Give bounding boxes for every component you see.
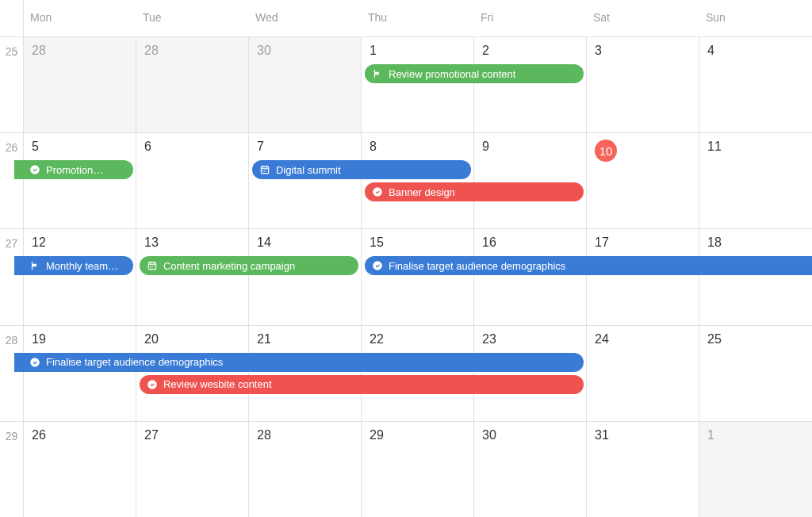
day-number: 17 [595, 236, 691, 250]
calendar-day-cell[interactable]: 25 [699, 326, 812, 421]
calendar-week-row: 2828301234Review promotional content [24, 36, 812, 132]
calendar-day-cell[interactable]: 6 [136, 133, 249, 228]
day-number: 14 [257, 236, 353, 250]
calendar-day-cell[interactable]: 14 [249, 229, 362, 324]
svg-rect-19 [151, 267, 152, 268]
calendar-day-cell[interactable]: 30 [249, 37, 362, 132]
calendar-day-cell[interactable]: 26 [24, 422, 136, 517]
week-number-cell: 26 [0, 132, 23, 228]
day-header-cell: Fri [474, 0, 587, 36]
calendar-day-cell[interactable]: 27 [136, 422, 249, 517]
day-number: 13 [144, 236, 240, 250]
calendar-day-cell[interactable]: 13 [136, 229, 249, 324]
week-number-cell: 27 [0, 228, 23, 324]
calendar-grid: 2828301234Review promotional content5678… [24, 36, 812, 517]
svg-point-10 [373, 187, 382, 197]
day-number: 21 [257, 332, 353, 347]
calendar-day-cell[interactable]: 5 [24, 133, 136, 228]
day-number: 23 [482, 332, 578, 347]
svg-rect-18 [150, 267, 151, 268]
calendar-event[interactable]: Digital summit [252, 160, 471, 179]
day-number: 30 [482, 428, 578, 442]
calendar-day-cell[interactable]: 7 [249, 133, 362, 228]
day-number: 26 [32, 428, 128, 442]
calendar-event[interactable]: Banner design [365, 182, 584, 201]
calendar-day-cell[interactable]: 23 [474, 326, 587, 421]
calendar-day-cell[interactable]: 12 [24, 229, 136, 324]
calendar-day-cell[interactable]: 1 [362, 37, 474, 132]
calendar-week-row: 567891011Promotion…Digital summitBanner … [24, 132, 812, 228]
flag-icon [29, 259, 41, 272]
day-header-cell: Sat [587, 0, 699, 36]
day-number: 24 [595, 332, 691, 347]
event-label: Digital summit [276, 164, 341, 176]
svg-point-22 [147, 380, 157, 389]
calendar-day-cell[interactable]: 18 [699, 229, 812, 324]
day-number: 22 [370, 332, 465, 347]
day-header-cell: Tue [136, 0, 249, 36]
calendar-day-cell[interactable]: 1 [699, 422, 812, 517]
day-number: 18 [707, 236, 804, 250]
calendar-event[interactable]: Finalise target audience demographics [365, 256, 812, 275]
calendar-day-cell[interactable]: 28 [24, 37, 136, 132]
calendar-event[interactable]: Review promotional content [365, 64, 584, 83]
day-header-cell: Thu [362, 0, 474, 36]
calendar-day-cell[interactable]: 15 [362, 229, 474, 324]
day-number: 31 [595, 428, 691, 442]
event-label: Content marketing campaign [163, 260, 295, 272]
check-icon [146, 378, 159, 391]
calendar-event[interactable]: Promotion… [14, 160, 133, 179]
calendar-icon [146, 259, 159, 272]
day-number: 28 [32, 44, 128, 58]
calendar-day-cell[interactable]: 29 [362, 422, 474, 517]
week-number-cell: 25 [0, 36, 23, 132]
calendar-day-cell[interactable]: 31 [587, 422, 699, 517]
calendar-day-cell[interactable]: 8 [362, 133, 474, 228]
event-label: Monthly team… [46, 260, 118, 272]
day-number: 16 [482, 236, 578, 250]
calendar-day-cell[interactable]: 21 [249, 326, 362, 421]
calendar-day-cell[interactable]: 9 [474, 133, 587, 228]
svg-point-21 [30, 358, 40, 367]
day-header-cell: Mon [24, 0, 136, 36]
calendar-day-cell[interactable]: 11 [699, 133, 812, 228]
calendar-day-cell[interactable]: 19 [24, 326, 136, 421]
calendar-week-row: 12131415161718Monthly team…Content marke… [24, 228, 812, 324]
calendar-day-cell[interactable]: 3 [587, 37, 699, 132]
week-number-cell: 29 [0, 421, 23, 517]
calendar-event[interactable]: Content marketing campaign [140, 256, 358, 275]
check-icon [371, 259, 384, 272]
svg-rect-5 [262, 170, 263, 170]
event-label: Review promotional content [389, 68, 515, 80]
event-label: Promotion… [46, 164, 103, 176]
calendar-day-cell[interactable]: 10 [587, 133, 699, 228]
week-number-cell: 28 [0, 325, 23, 421]
calendar-event[interactable]: Review wesbite content [140, 375, 584, 394]
calendar-day-cell[interactable]: 20 [136, 326, 249, 421]
calendar-day-cell[interactable]: 28 [136, 37, 249, 132]
calendar-day-cell[interactable]: 30 [474, 422, 587, 517]
day-number: 20 [144, 332, 240, 347]
calendar-day-cell[interactable]: 16 [474, 229, 587, 324]
day-number: 28 [144, 44, 240, 58]
check-icon [29, 163, 41, 176]
day-number: 19 [32, 332, 128, 347]
calendar-day-cell[interactable]: 24 [587, 326, 699, 421]
calendar-day-cell[interactable]: 22 [362, 326, 474, 421]
calendar-event[interactable]: Monthly team… [14, 256, 133, 275]
svg-point-0 [30, 165, 40, 174]
calendar-day-cell[interactable]: 4 [699, 37, 812, 132]
calendar-day-cell[interactable]: 28 [249, 422, 362, 517]
svg-rect-9 [264, 171, 265, 172]
day-number: 27 [144, 428, 240, 442]
day-number: 2 [482, 44, 578, 58]
day-number: 28 [257, 428, 353, 442]
calendar-event[interactable]: Finalise target audience demographics [14, 353, 584, 372]
day-number: 25 [707, 332, 804, 347]
day-number: 3 [595, 44, 691, 58]
svg-point-20 [373, 262, 382, 271]
calendar-icon [259, 163, 271, 176]
calendar-day-cell[interactable]: 17 [587, 229, 699, 324]
calendar-day-cell[interactable]: 2 [474, 37, 587, 132]
day-number: 15 [370, 236, 465, 250]
